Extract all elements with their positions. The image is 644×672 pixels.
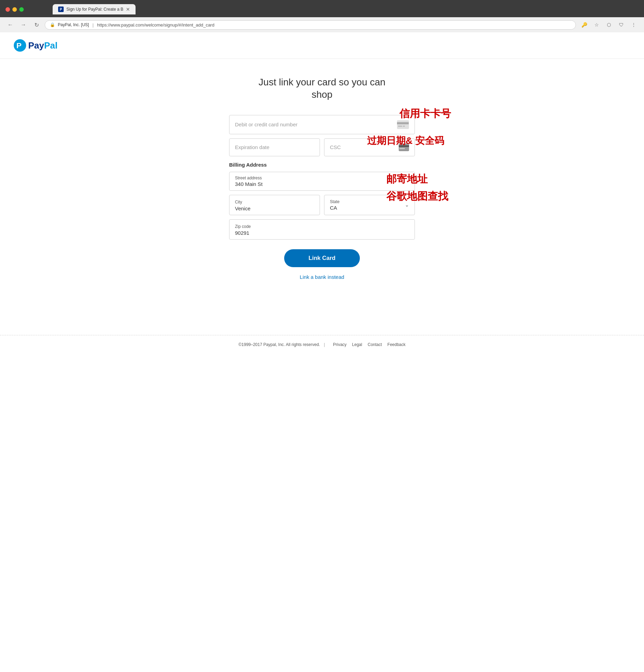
- paypal-pal-text: Pal: [44, 40, 57, 51]
- footer-links: Privacy Legal Contact Feedback: [333, 342, 406, 347]
- svg-rect-6: [399, 144, 409, 151]
- maximize-window-button[interactable]: [19, 7, 24, 12]
- page-wrapper: P PayPal Just link your card so you can …: [0, 32, 644, 672]
- browser-tab-bar: P Sign Up for PayPal: Create a B ✕: [47, 4, 141, 14]
- card-icon: [397, 120, 409, 129]
- toolbar-icons: 🔑 ☆ ⬡ 🛡 ⋮: [579, 20, 638, 30]
- svg-rect-7: [399, 145, 409, 147]
- city-state-row: City Venice State CA ⌄: [229, 195, 415, 215]
- key-icon-button[interactable]: 🔑: [579, 20, 589, 30]
- csc-field[interactable]: [324, 138, 415, 156]
- street-label: Street address: [235, 176, 409, 180]
- footer-contact-link[interactable]: Contact: [368, 342, 382, 347]
- browser-titlebar: P Sign Up for PayPal: Create a B ✕: [0, 0, 644, 17]
- svg-rect-5: [403, 126, 405, 127]
- state-label: State: [330, 199, 340, 204]
- state-field[interactable]: State CA ⌄: [324, 195, 415, 215]
- paypal-logo: P PayPal: [14, 39, 630, 52]
- csc-input[interactable]: [330, 144, 399, 150]
- footer-feedback-link[interactable]: Feedback: [387, 342, 406, 347]
- reload-button[interactable]: ↻: [32, 20, 41, 30]
- svg-rect-4: [398, 126, 402, 127]
- tab-close-button[interactable]: ✕: [126, 7, 130, 12]
- city-field[interactable]: City Venice: [229, 195, 320, 215]
- card-number-field[interactable]: [229, 115, 415, 134]
- csc-card-icon: [399, 144, 409, 151]
- zip-value: 90291: [235, 230, 409, 236]
- csc-icon-svg: [399, 144, 409, 151]
- street-address-field[interactable]: Street address 340 Main St: [229, 172, 415, 190]
- expiration-field[interactable]: [229, 138, 320, 156]
- paypal-pay-text: Pay: [28, 40, 44, 51]
- minimize-window-button[interactable]: [12, 7, 17, 12]
- zip-field[interactable]: Zip code 90291: [229, 219, 415, 240]
- footer-privacy-link[interactable]: Privacy: [333, 342, 346, 347]
- star-icon-button[interactable]: ☆: [592, 20, 601, 30]
- city-value: Venice: [235, 206, 314, 211]
- footer-legal-link[interactable]: Legal: [352, 342, 362, 347]
- expiry-csc-row: [229, 138, 415, 156]
- city-label: City: [235, 200, 242, 204]
- close-window-button[interactable]: [6, 7, 10, 12]
- page-footer: ©1999–2017 Paypal, Inc. All rights reser…: [0, 335, 644, 354]
- shield-icon-button[interactable]: 🛡: [616, 20, 626, 30]
- zip-label: Zip code: [235, 224, 251, 229]
- tab-title: Sign Up for PayPal: Create a B: [66, 7, 123, 12]
- credit-card-icon: [397, 120, 409, 129]
- state-value: CA: [330, 205, 340, 211]
- security-text: PayPal, Inc. [US]: [58, 22, 89, 27]
- paypal-p-icon: P: [14, 39, 26, 52]
- tab-favicon: P: [58, 7, 64, 12]
- paypal-header: P PayPal: [0, 32, 644, 59]
- svg-rect-3: [397, 122, 409, 124]
- address-bar[interactable]: 🔒 PayPal, Inc. [US] | https://www.paypal…: [45, 20, 576, 30]
- form-section: Billing Address Street address 340 Main …: [229, 115, 415, 280]
- menu-icon-button[interactable]: ⋮: [629, 20, 638, 30]
- forward-button[interactable]: →: [19, 20, 28, 30]
- browser-tab[interactable]: P Sign Up for PayPal: Create a B ✕: [53, 4, 136, 14]
- url-text: https://www.paypal.com/welcome/signup/#/…: [97, 22, 214, 28]
- traffic-lights: [6, 7, 24, 12]
- state-chevron-icon: ⌄: [405, 202, 409, 208]
- page-title: Just link your card so you can shop: [229, 76, 415, 101]
- street-value: 340 Main St: [235, 181, 262, 187]
- back-button[interactable]: ←: [6, 20, 15, 30]
- svg-rect-8: [399, 148, 405, 149]
- svg-text:P: P: [17, 41, 22, 50]
- browser-chrome: P Sign Up for PayPal: Create a B ✕ ← → ↻…: [0, 0, 644, 32]
- paypal-wordmark: PayPal: [28, 40, 57, 51]
- lock-icon: 🔒: [50, 22, 55, 27]
- svg-rect-2: [397, 120, 409, 129]
- browser-toolbar: ← → ↻ 🔒 PayPal, Inc. [US] | https://www.…: [0, 17, 644, 32]
- main-content: Just link your card so you can shop: [222, 59, 422, 301]
- footer-copyright: ©1999–2017 Paypal, Inc. All rights reser…: [238, 342, 320, 347]
- billing-address-label: Billing Address: [229, 162, 415, 168]
- footer-sep1: |: [324, 342, 325, 347]
- card-number-input[interactable]: [235, 122, 397, 127]
- link-card-button[interactable]: Link Card: [284, 249, 360, 267]
- state-inner: State CA: [330, 199, 340, 211]
- url-separator: |: [93, 22, 94, 28]
- extension-icon-button[interactable]: ⬡: [604, 20, 614, 30]
- expiration-input[interactable]: [235, 144, 314, 150]
- link-bank-link[interactable]: Link a bank instead: [229, 274, 415, 280]
- street-address-group[interactable]: Street address 340 Main St: [229, 172, 415, 191]
